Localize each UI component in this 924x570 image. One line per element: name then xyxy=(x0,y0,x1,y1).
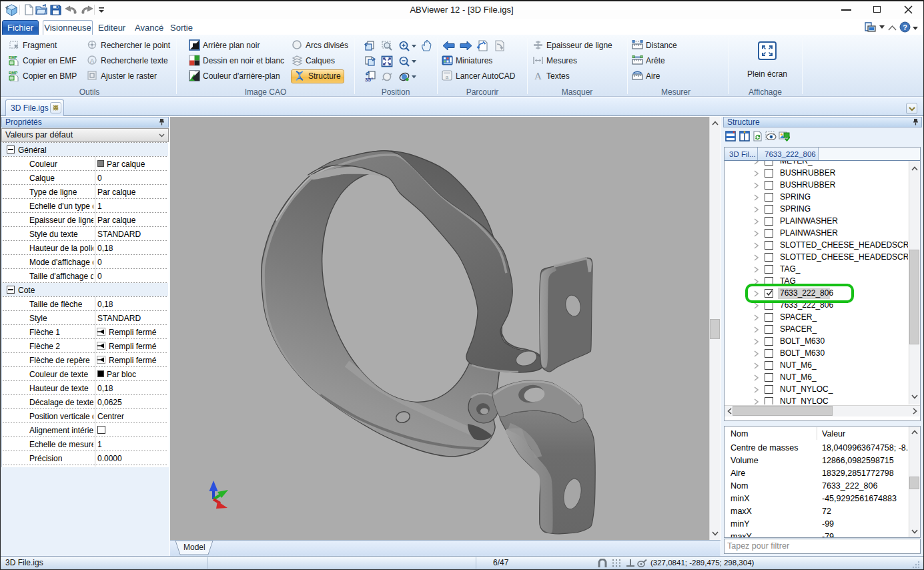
svg-text:A: A xyxy=(90,57,94,64)
svg-text:a: a xyxy=(446,74,449,80)
svg-text:EMF: EMF xyxy=(9,55,17,59)
svg-text:BMP: BMP xyxy=(9,71,17,75)
svg-text:?: ? xyxy=(903,23,907,31)
svg-text:A: A xyxy=(534,71,542,81)
svg-text:35°: 35° xyxy=(365,77,373,83)
